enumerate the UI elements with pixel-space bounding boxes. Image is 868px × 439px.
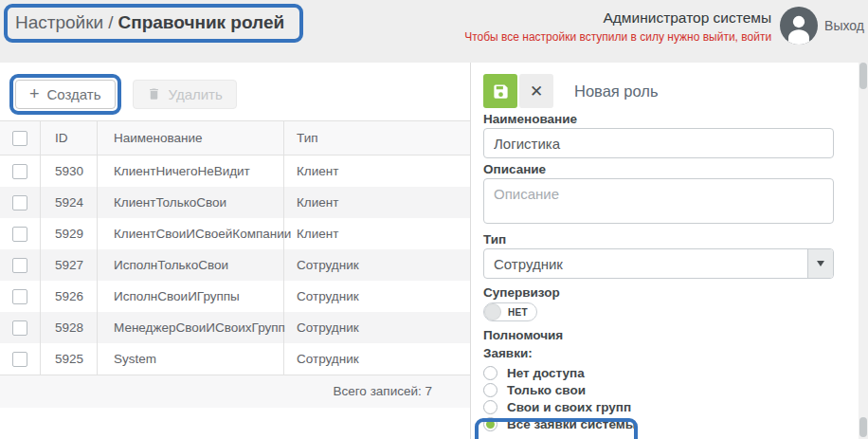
restart-notice: Чтобы все настройки вступили в силу нужн… — [464, 30, 771, 44]
close-button[interactable]: ✕ — [519, 74, 553, 108]
row-checkbox[interactable] — [12, 195, 27, 210]
row-id: 5924 — [41, 187, 98, 218]
name-field-label: Наименование — [483, 111, 834, 127]
table-row[interactable]: 5925 System Сотрудник — [0, 343, 470, 375]
list-toolbar: + Создать Удалить — [9, 74, 470, 114]
radio-label: Свои и своих групп — [507, 400, 631, 414]
header-checkbox-cell — [0, 121, 41, 155]
save-button[interactable] — [483, 74, 517, 108]
radio-icon[interactable] — [483, 366, 497, 380]
row-checkbox-cell — [0, 343, 41, 375]
header-user-area: Администратор системы Чтобы все настройк… — [464, 7, 864, 45]
row-checkbox[interactable] — [12, 320, 27, 336]
roles-table: ID Наименование Тип 5930 КлиентНичегоНеВ… — [0, 120, 470, 408]
row-checkbox[interactable] — [12, 352, 27, 367]
permissions-label: Полномочия — [483, 327, 834, 343]
row-id: 5929 — [41, 218, 98, 249]
radio-icon[interactable] — [483, 383, 497, 397]
type-field-label: Тип — [483, 231, 834, 247]
table-row[interactable]: 5927 ИсполнТолькоСвои Сотрудник — [0, 249, 470, 281]
create-button[interactable]: + Создать — [15, 80, 116, 109]
row-type: Сотрудник — [284, 281, 470, 312]
row-name: КлиентТолькоСвои — [98, 187, 284, 218]
type-select[interactable]: Сотрудник — [483, 248, 834, 279]
column-header-name[interactable]: Наименование — [98, 121, 284, 155]
radio-option-own-and-groups[interactable]: Свои и своих групп — [483, 398, 834, 415]
table-row[interactable]: 5926 ИсполнСвоиИГруппы Сотрудник — [0, 281, 470, 312]
panel-title: Новая роль — [574, 82, 659, 101]
delete-button[interactable]: Удалить — [133, 80, 237, 109]
breadcrumb-separator: / — [103, 12, 118, 32]
radio-option-all-requests[interactable]: Все заявки системы — [483, 415, 834, 432]
row-name: System — [98, 343, 284, 375]
row-checkbox-cell — [0, 249, 41, 281]
highlight-box-create: + Создать — [9, 74, 121, 115]
breadcrumb: Настройки/Справочник ролей — [15, 12, 284, 32]
row-name: КлиентНичегоНеВидит — [98, 155, 284, 187]
description-textarea[interactable] — [483, 178, 834, 224]
radio-icon-selected[interactable] — [483, 417, 497, 431]
save-icon — [492, 82, 510, 101]
row-checkbox[interactable] — [12, 164, 27, 179]
toggle-knob — [484, 303, 501, 320]
row-id: 5926 — [41, 281, 98, 312]
supervisor-label: Супервизор — [483, 284, 834, 301]
row-checkbox-cell — [0, 312, 41, 343]
breadcrumb-page-title: Справочник ролей — [118, 12, 284, 32]
requests-label: Заявки: — [483, 345, 834, 361]
radio-icon[interactable] — [483, 400, 497, 414]
table-row[interactable]: 5924 КлиентТолькоСвои Клиент — [0, 187, 470, 218]
name-input[interactable] — [483, 128, 834, 158]
row-checkbox-cell — [0, 281, 41, 312]
row-type: Клиент — [284, 218, 470, 249]
select-all-checkbox[interactable] — [12, 131, 27, 146]
breadcrumb-settings[interactable]: Настройки — [15, 12, 103, 32]
user-block: Администратор системы Чтобы все настройк… — [464, 8, 771, 44]
row-name: ИсполнТолькоСвои — [98, 249, 284, 281]
user-avatar-icon[interactable] — [780, 7, 818, 45]
table-row[interactable]: 5928 МенеджерСвоиИСвоихГрупп Сотрудник — [0, 312, 470, 343]
table-row[interactable]: 5930 КлиентНичегоНеВидит Клиент — [0, 155, 470, 187]
column-header-type[interactable]: Тип — [284, 121, 470, 155]
description-field-label: Описание — [483, 161, 834, 177]
logout-button[interactable]: Выход — [824, 18, 864, 33]
chevron-down-icon — [817, 261, 824, 266]
scrollbar-bottom-segment[interactable] — [859, 417, 867, 437]
toggle-state-label: НЕТ — [508, 307, 528, 318]
row-checkbox[interactable] — [12, 258, 27, 273]
type-select-value: Сотрудник — [484, 249, 807, 278]
row-id: 5928 — [41, 312, 98, 343]
top-header: Настройки/Справочник ролей Администратор… — [0, 0, 868, 63]
row-id: 5930 — [41, 155, 98, 187]
scrollbar-thumb[interactable] — [859, 63, 867, 89]
row-type: Клиент — [284, 187, 470, 218]
scrollbar-track[interactable] — [859, 63, 868, 439]
row-type: Сотрудник — [284, 312, 470, 343]
row-checkbox[interactable] — [12, 289, 27, 304]
row-type: Сотрудник — [284, 343, 470, 375]
radio-label: Нет доступа — [507, 366, 585, 380]
create-button-label: Создать — [47, 86, 101, 102]
radio-label: Все заявки системы — [507, 417, 636, 431]
row-checkbox-cell — [0, 187, 41, 218]
table-row[interactable]: 5929 КлиентСвоиИСвоейКомпании Клиент — [0, 218, 470, 249]
table-header-row: ID Наименование Тип — [0, 120, 470, 155]
plus-icon: + — [29, 85, 40, 102]
supervisor-toggle[interactable]: НЕТ — [483, 302, 537, 321]
row-type: Сотрудник — [284, 249, 470, 281]
row-name: МенеджерСвоиИСвоихГрупп — [98, 312, 284, 343]
dropdown-button[interactable] — [807, 249, 833, 278]
role-edit-panel: ✕ Новая роль Наименование Описание Тип С… — [472, 63, 859, 439]
trash-icon — [147, 86, 161, 101]
row-name: ИсполнСвоиИГруппы — [98, 281, 284, 312]
radio-option-only-own[interactable]: Только свои — [483, 381, 834, 398]
close-icon: ✕ — [530, 82, 543, 101]
column-header-id[interactable]: ID — [41, 121, 98, 155]
row-checkbox-cell — [0, 155, 41, 187]
row-checkbox[interactable] — [12, 227, 27, 242]
highlight-box-breadcrumb: Настройки/Справочник ролей — [4, 4, 303, 43]
table-footer-total: Всего записей: 7 — [0, 375, 470, 408]
radio-option-no-access[interactable]: Нет доступа — [483, 364, 834, 381]
row-checkbox-cell — [0, 218, 41, 249]
row-id: 5925 — [41, 343, 98, 375]
